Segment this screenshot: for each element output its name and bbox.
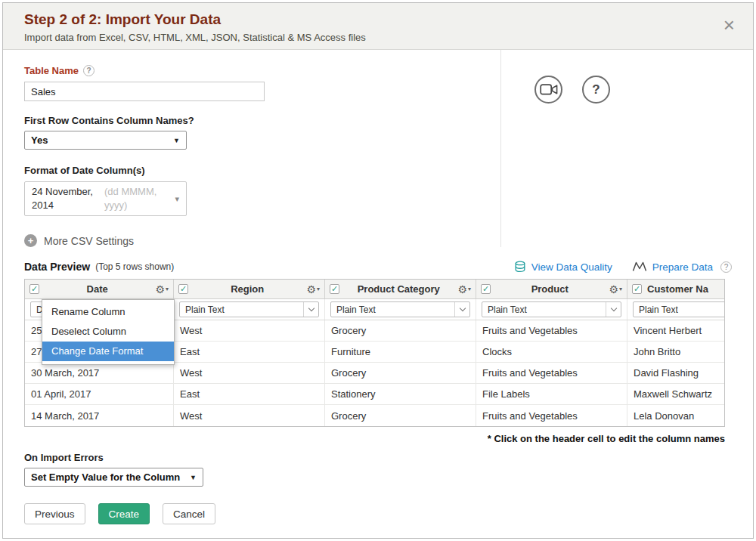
prepare-data-label: Prepare Data xyxy=(652,261,713,273)
help-button[interactable]: ? xyxy=(582,76,610,104)
column-title: Date xyxy=(39,283,155,295)
help-icon[interactable]: ? xyxy=(83,65,94,76)
check-icon: ✓ xyxy=(331,285,338,293)
table-cell: Fruits and Vegetables xyxy=(476,405,627,426)
table-cell: File Labels xyxy=(476,384,627,404)
date-format-label: Format of Date Column(s) xyxy=(24,165,500,176)
on-import-errors-label: On Import Errors xyxy=(24,452,732,463)
help-panel: ? xyxy=(500,50,732,247)
date-format-hint: (dd MMMM, yyyy) xyxy=(104,185,165,212)
data-preview-table: ✓ Date ⚙▾ ✓ Region ⚙▾ ✓ Product Category… xyxy=(24,279,725,427)
column-checkbox[interactable]: ✓ xyxy=(632,284,642,294)
chevron-down-icon: ▼ xyxy=(190,474,197,481)
column-checkbox[interactable]: ✓ xyxy=(29,284,39,294)
chevron-down-icon: ▾ xyxy=(166,286,169,292)
chevron-down-icon xyxy=(303,302,318,317)
table-cell: John Britto xyxy=(627,342,725,362)
footer-buttons: Previous Create Cancel xyxy=(24,503,732,524)
table-cell: West xyxy=(174,320,325,341)
create-button[interactable]: Create xyxy=(98,503,150,524)
view-data-quality-link[interactable]: View Data Quality xyxy=(514,261,612,273)
column-type-select[interactable]: Plain Text xyxy=(179,301,319,317)
table-cell: Lela Donovan xyxy=(627,405,725,426)
table-cell: Plain Text xyxy=(174,299,325,320)
check-icon: ✓ xyxy=(180,285,187,293)
table-cell: Fruits and Vegetables xyxy=(476,320,627,341)
video-camera-icon xyxy=(540,83,558,96)
close-icon[interactable]: × xyxy=(723,15,735,35)
gear-icon[interactable]: ⚙▾ xyxy=(457,283,471,295)
table-cell: Grocery xyxy=(325,320,476,341)
on-import-errors-value: Set Empty Value for the Column xyxy=(31,471,180,483)
table-cell: 30 March, 2017 xyxy=(25,363,174,383)
previous-button[interactable]: Previous xyxy=(24,503,85,524)
check-icon: ✓ xyxy=(31,285,38,293)
column-title: Customer Na xyxy=(642,283,725,295)
help-icon[interactable]: ? xyxy=(720,261,732,273)
data-preview-header: Data Preview (Top 5 rows shown) View Dat… xyxy=(24,261,732,273)
chevron-down-icon: ▾ xyxy=(468,286,471,292)
table-cell: 14 March, 2017 xyxy=(25,405,174,426)
dialog-title: Step 2 of 2: Import Your Data xyxy=(24,11,732,28)
column-header-region[interactable]: ✓ Region ⚙▾ xyxy=(174,280,325,298)
plus-icon: + xyxy=(24,234,37,247)
menu-item-change-date-format[interactable]: Change Date Format xyxy=(42,342,174,361)
column-context-menu: Rename Column Deselect Column Change Dat… xyxy=(42,299,175,365)
table-cell: Grocery xyxy=(325,363,476,383)
column-title: Region xyxy=(188,283,306,295)
import-data-dialog: Step 2 of 2: Import Your Data Import dat… xyxy=(2,2,754,539)
table-cell: 01 April, 2017 xyxy=(25,384,174,404)
column-checkbox[interactable]: ✓ xyxy=(330,284,339,294)
table-cell: Clocks xyxy=(476,342,627,362)
data-preview-subtitle: (Top 5 rows shown) xyxy=(95,261,174,272)
gear-icon[interactable]: ⚙▾ xyxy=(306,283,320,295)
column-header-product[interactable]: ✓ Product ⚙▾ xyxy=(476,280,627,298)
column-title: Product Category xyxy=(339,283,457,295)
form-left-column: Table Name ? First Row Contains Column N… xyxy=(24,50,500,247)
column-header-date[interactable]: ✓ Date ⚙▾ xyxy=(25,280,174,298)
prepare-data-link[interactable]: Prepare Data xyxy=(632,261,713,273)
table-cell: Plain Text xyxy=(476,299,627,320)
table-cell: Vincent Herbert xyxy=(627,320,725,341)
prepare-data-icon xyxy=(632,261,647,272)
dialog-body: Table Name ? First Row Contains Column N… xyxy=(3,50,753,524)
table-row: 01 April, 2017 East Stationery File Labe… xyxy=(25,384,725,405)
first-row-select[interactable]: Yes ▼ xyxy=(24,131,187,150)
table-cell: Plain Text xyxy=(627,299,725,320)
header-edit-note: * Click on the header cell to edit the c… xyxy=(24,433,725,444)
table-header-row: ✓ Date ⚙▾ ✓ Region ⚙▾ ✓ Product Category… xyxy=(25,280,725,299)
chevron-down-icon xyxy=(454,302,469,317)
column-header-product-category[interactable]: ✓ Product Category ⚙▾ xyxy=(325,280,476,298)
column-type-select[interactable]: Plain Text xyxy=(330,301,470,317)
table-cell: Stationery xyxy=(325,384,476,404)
chevron-down-icon: ▾ xyxy=(317,286,320,292)
gear-icon[interactable]: ⚙▾ xyxy=(609,283,622,295)
table-name-label: Table Name xyxy=(24,65,79,76)
menu-item-rename-column[interactable]: Rename Column xyxy=(42,302,174,322)
column-type-select[interactable]: Plain Text xyxy=(633,301,725,317)
video-help-button[interactable] xyxy=(534,76,562,104)
on-import-errors-select[interactable]: Set Empty Value for the Column ▼ xyxy=(24,468,203,487)
column-type-select[interactable]: Plain Text xyxy=(482,301,621,317)
cancel-button[interactable]: Cancel xyxy=(163,503,215,524)
table-name-input[interactable] xyxy=(24,82,265,101)
form-area: Table Name ? First Row Contains Column N… xyxy=(24,50,732,247)
column-checkbox[interactable]: ✓ xyxy=(481,284,491,294)
more-csv-settings-button[interactable]: + More CSV Settings xyxy=(24,234,500,247)
table-cell: Maxwell Schwartz xyxy=(627,384,725,404)
first-row-label: First Row Contains Column Names? xyxy=(24,115,500,126)
column-title: Product xyxy=(491,283,609,295)
chevron-down-icon: ▾ xyxy=(619,286,622,292)
table-cell: West xyxy=(174,363,325,383)
check-icon: ✓ xyxy=(482,285,489,293)
more-csv-settings-label: More CSV Settings xyxy=(44,235,134,247)
menu-item-deselect-column[interactable]: Deselect Column xyxy=(42,322,174,342)
date-format-select[interactable]: 24 November, 2014 (dd MMMM, yyyy) ▾ xyxy=(24,181,187,216)
gear-icon[interactable]: ⚙▾ xyxy=(155,283,169,295)
chevron-down-icon: ▾ xyxy=(175,194,179,204)
column-header-customer-name[interactable]: ✓ Customer Na ⚙▾ xyxy=(627,280,725,298)
table-cell: Grocery xyxy=(325,405,476,426)
column-checkbox[interactable]: ✓ xyxy=(178,284,188,294)
chevron-down-icon xyxy=(606,302,621,317)
question-mark-icon: ? xyxy=(592,82,600,97)
